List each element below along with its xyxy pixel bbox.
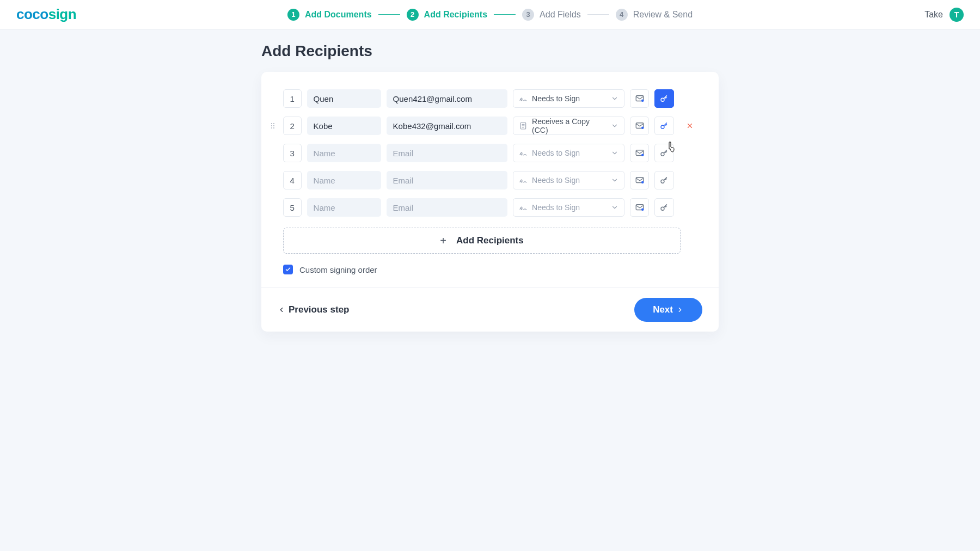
delete-recipient-button[interactable] <box>683 119 697 133</box>
signature-icon <box>519 149 528 157</box>
next-button[interactable]: Next <box>634 298 702 322</box>
recipient-email-input[interactable] <box>387 144 507 162</box>
recipient-row: 1Needs to Sign <box>283 89 697 108</box>
recipient-email-input[interactable] <box>387 198 507 217</box>
signature-icon <box>519 94 528 103</box>
logo-part2: sign <box>48 6 76 23</box>
recipient-row: 4Needs to Sign <box>283 171 697 189</box>
mail-icon <box>635 148 645 158</box>
recipient-name-input[interactable] <box>307 198 381 217</box>
step-connector <box>587 14 609 15</box>
access-code-button[interactable] <box>654 144 674 162</box>
key-icon <box>659 148 669 158</box>
drag-handle-icon[interactable] <box>268 121 278 130</box>
key-icon <box>659 203 669 212</box>
recipient-email-input[interactable] <box>387 89 507 108</box>
role-label: Needs to Sign <box>532 149 580 157</box>
wizard-steps: 1 Add Documents 2 Add Recipients 3 Add F… <box>287 9 693 21</box>
private-message-button[interactable] <box>630 171 650 189</box>
signature-icon <box>519 176 528 185</box>
order-number: 1 <box>283 89 302 108</box>
recipient-name-input[interactable] <box>307 89 381 108</box>
user-name: Take <box>924 10 943 20</box>
page-title: Add Recipients <box>261 42 719 60</box>
recipient-email-input[interactable] <box>387 171 507 189</box>
private-message-button[interactable] <box>630 144 650 162</box>
private-message-button[interactable] <box>630 89 650 108</box>
chevron-down-icon <box>611 176 618 184</box>
step-connector <box>378 14 400 15</box>
mail-icon <box>635 203 645 212</box>
step-number: 1 <box>287 9 299 21</box>
role-label: Needs to Sign <box>532 94 580 103</box>
card-footer: Previous step Next <box>261 287 719 332</box>
step-review-send[interactable]: 4 Review & Send <box>616 9 693 21</box>
previous-step-label: Previous step <box>289 304 350 315</box>
recipient-row: 3Needs to Sign <box>283 144 697 162</box>
step-add-fields[interactable]: 3 Add Fields <box>522 9 581 21</box>
recipient-name-input[interactable] <box>307 144 381 162</box>
mail-icon <box>635 175 645 185</box>
previous-step-button[interactable]: Previous step <box>278 304 350 315</box>
add-recipients-label: Add Recipients <box>456 235 524 246</box>
checkbox-checked-icon[interactable] <box>283 265 293 274</box>
private-message-button[interactable] <box>630 198 650 217</box>
step-label: Add Documents <box>305 10 372 20</box>
access-code-button[interactable] <box>654 171 674 189</box>
role-label: Needs to Sign <box>532 203 580 212</box>
next-label: Next <box>653 304 673 315</box>
recipient-row: 2Receives a Copy (CC) <box>283 117 697 135</box>
role-label: Receives a Copy (CC) <box>532 117 607 134</box>
order-number: 2 <box>283 117 302 135</box>
document-icon <box>519 121 528 130</box>
topbar: cocosign 1 Add Documents 2 Add Recipient… <box>0 0 980 29</box>
mail-icon <box>635 94 645 103</box>
step-label: Add Recipients <box>424 10 487 20</box>
signature-icon <box>519 203 528 212</box>
logo-part1: coco <box>16 6 48 23</box>
custom-signing-order[interactable]: Custom signing order <box>283 265 697 274</box>
role-select[interactable]: Needs to Sign <box>513 144 624 162</box>
chevron-down-icon <box>611 149 618 157</box>
order-number: 4 <box>283 171 302 189</box>
custom-order-label: Custom signing order <box>299 265 377 274</box>
user-area[interactable]: Take T <box>924 8 964 22</box>
logo[interactable]: cocosign <box>16 6 76 23</box>
step-add-recipients[interactable]: 2 Add Recipients <box>407 9 487 21</box>
key-icon <box>659 121 669 131</box>
mail-icon <box>635 121 645 131</box>
chevron-left-icon <box>278 306 285 314</box>
step-number: 4 <box>616 9 628 21</box>
recipient-row: 5Needs to Sign <box>283 198 697 217</box>
close-icon <box>686 122 694 130</box>
role-label: Needs to Sign <box>532 176 580 185</box>
page: Add Recipients 1Needs to Sign2Receives a… <box>0 29 980 332</box>
avatar: T <box>950 8 964 22</box>
role-select[interactable]: Needs to Sign <box>513 171 624 189</box>
role-select[interactable]: Needs to Sign <box>513 89 624 108</box>
role-select[interactable]: Needs to Sign <box>513 198 624 217</box>
order-number: 3 <box>283 144 302 162</box>
step-number: 2 <box>407 9 419 21</box>
chevron-down-icon <box>611 122 618 130</box>
step-label: Add Fields <box>540 10 581 20</box>
plus-icon: + <box>440 235 446 247</box>
recipient-name-input[interactable] <box>307 117 381 135</box>
step-add-documents[interactable]: 1 Add Documents <box>287 9 372 21</box>
recipient-email-input[interactable] <box>387 117 507 135</box>
role-select[interactable]: Receives a Copy (CC) <box>513 117 624 135</box>
add-recipients-button[interactable]: + Add Recipients <box>283 228 681 254</box>
step-number: 3 <box>522 9 534 21</box>
access-code-button[interactable] <box>654 198 674 217</box>
key-icon <box>659 94 669 103</box>
chevron-right-icon <box>676 306 684 314</box>
step-connector <box>494 14 516 15</box>
order-number: 5 <box>283 198 302 217</box>
access-code-button[interactable] <box>654 117 674 135</box>
key-icon <box>659 175 669 185</box>
access-code-button[interactable] <box>654 89 674 108</box>
private-message-button[interactable] <box>630 117 650 135</box>
recipient-name-input[interactable] <box>307 171 381 189</box>
chevron-down-icon <box>611 95 618 102</box>
step-label: Review & Send <box>633 10 693 20</box>
